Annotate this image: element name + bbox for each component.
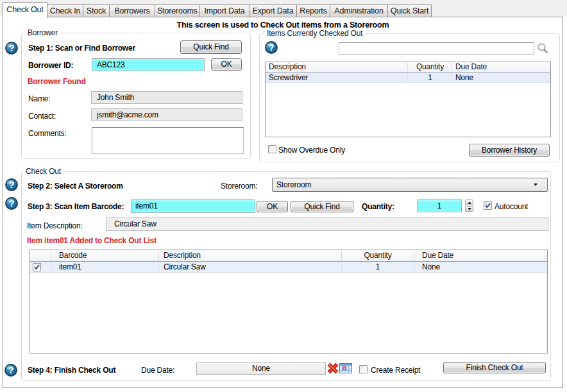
help-icon-step2[interactable]: ? [5, 178, 18, 191]
help-icon-step3[interactable]: ? [5, 197, 18, 210]
clear-due-date-icon[interactable] [327, 362, 339, 374]
tab-reports[interactable]: Reports [296, 4, 330, 17]
tab-stock[interactable]: Stock [83, 4, 109, 17]
calendar-icon[interactable] [339, 363, 352, 373]
column-separator [51, 251, 51, 260]
checkout-row-description: Circular Saw [164, 262, 337, 272]
checkout-table: Barcode Description Quantity Due Date it… [30, 250, 548, 354]
step2-label: Step 2: Select A Storeroom [28, 182, 123, 191]
quantity-down-button[interactable] [465, 206, 473, 212]
borrower-id-input[interactable]: ABC123 [92, 58, 205, 71]
checkmark-icon [484, 201, 492, 210]
borrower-found-message: Borrower Found [28, 77, 86, 86]
quick-find-borrower-button[interactable]: Quick Find [180, 40, 242, 54]
due-date-picker[interactable]: None [196, 362, 326, 375]
tab-check-out[interactable]: Check Out [3, 2, 47, 18]
tab-borrowers[interactable]: Borrowers [109, 4, 155, 17]
item-barcode-input[interactable]: item01 [131, 200, 255, 213]
column-separator [414, 251, 414, 260]
step4-label: Step 4: Finish Check Out [28, 366, 115, 375]
autocount-label: Autocount [495, 202, 528, 211]
storeroom-label: Storeroom: [221, 182, 257, 191]
help-icon-items[interactable]: ? [265, 41, 278, 54]
finish-check-out-button[interactable]: Finish Check Out [443, 362, 546, 373]
due-date-label: Due Date: [141, 366, 174, 375]
quick-find-item-button[interactable]: Quick Find [291, 201, 353, 212]
column-separator [158, 262, 159, 272]
comments-label: Comments: [28, 129, 67, 138]
items-col-description[interactable]: Description [269, 62, 407, 72]
show-overdue-checkbox[interactable] [268, 145, 276, 153]
items-row-quantity: 1 [408, 72, 452, 82]
app-window: Check Out Check In Stock Borrowers Store… [0, 0, 567, 392]
contact-label: Contact: [28, 112, 56, 121]
checkout-col-quantity[interactable]: Quantity [342, 250, 414, 261]
items-table-header: Description Quantity Due Date [266, 62, 550, 72]
borrower-id-label: Borrower ID: [28, 61, 73, 70]
checkout-col-barcode[interactable]: Barcode [59, 250, 155, 261]
items-col-due-date[interactable]: Due Date [455, 62, 545, 72]
column-separator [341, 251, 342, 260]
items-table: Description Quantity Due Date Screwdrive… [265, 62, 551, 137]
check-out-group-label: Check Out [23, 167, 63, 176]
item-description-field: Circular Saw [106, 217, 548, 231]
chevron-down-icon [534, 183, 537, 186]
quantity-up-button[interactable] [465, 200, 473, 205]
help-icon-step1[interactable]: ? [5, 42, 18, 55]
name-label: Name: [28, 94, 50, 103]
checkout-row-quantity: 1 [342, 262, 414, 272]
checkout-table-row[interactable]: item01 Circular Saw 1 None [30, 262, 547, 273]
item-added-message: Item item01 Added to Check Out List [27, 236, 157, 245]
barcode-ok-button[interactable]: OK [257, 201, 288, 212]
items-row-due-date: None [455, 72, 545, 82]
storeroom-select-value: Storeroom [276, 178, 311, 191]
borrower-history-button[interactable]: Borrower History [469, 144, 550, 157]
checkout-row-due-date: None [422, 262, 537, 272]
column-separator [158, 251, 159, 260]
checkmark-icon [33, 263, 41, 271]
svg-text:?: ? [269, 42, 275, 53]
svg-text:?: ? [9, 198, 15, 209]
spinner-up-icon [468, 201, 471, 204]
autocount-checkbox[interactable] [484, 201, 492, 210]
checkout-row-barcode: item01 [59, 262, 155, 272]
checkout-col-description[interactable]: Description [164, 250, 337, 261]
comments-textarea[interactable] [92, 127, 244, 154]
create-receipt-label: Create Receipt [371, 366, 420, 375]
items-row-description: Screwdriver [269, 72, 407, 82]
show-overdue-label: Show Overdue Only [278, 146, 345, 155]
checkout-col-due-date[interactable]: Due Date [422, 250, 537, 261]
page-title: This screen is used to Check Out items f… [3, 21, 563, 30]
tab-import-data[interactable]: Import Data [199, 4, 249, 17]
column-separator [452, 72, 452, 82]
quantity-label: Quantity: [362, 202, 394, 211]
column-separator [407, 72, 408, 82]
tab-export-data[interactable]: Export Data [249, 4, 296, 17]
items-search-input[interactable] [339, 42, 534, 55]
checkout-col-select[interactable] [30, 250, 51, 261]
step3-label: Step 3: Scan Item Barcode: [28, 202, 124, 211]
borrower-ok-button[interactable]: OK [211, 58, 242, 71]
column-separator [414, 262, 414, 272]
magnifier-icon[interactable] [537, 42, 548, 54]
tab-storerooms[interactable]: Storerooms [155, 4, 199, 17]
column-separator [452, 63, 452, 71]
tab-check-in[interactable]: Check In [47, 4, 83, 17]
create-receipt-checkbox[interactable] [359, 365, 368, 373]
tab-administration[interactable]: Administration [330, 4, 387, 17]
column-separator [341, 262, 342, 272]
step1-label: Step 1: Scan or Find Borrower [28, 44, 135, 53]
svg-text:?: ? [8, 365, 14, 375]
help-icon-step4[interactable]: ? [4, 364, 17, 377]
column-separator [407, 63, 408, 71]
borrower-group-label: Borrower [25, 29, 60, 37]
column-separator [51, 262, 51, 272]
items-table-row[interactable]: Screwdriver 1 None [266, 72, 550, 83]
storeroom-select[interactable]: Storeroom [272, 178, 548, 192]
svg-text:?: ? [9, 180, 15, 190]
contact-field: jsmith@acme.com [91, 108, 242, 121]
tab-quick-start[interactable]: Quick Start [387, 4, 432, 17]
row-select-checkbox[interactable] [33, 263, 41, 271]
quantity-input[interactable]: 1 [417, 200, 462, 212]
items-col-quantity[interactable]: Quantity [408, 62, 452, 72]
